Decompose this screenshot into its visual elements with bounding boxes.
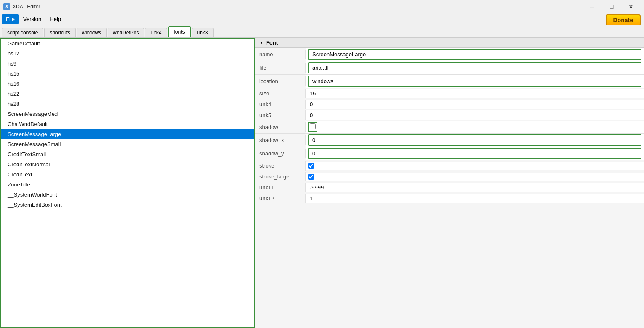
- size-input[interactable]: [308, 89, 641, 97]
- menu-version[interactable]: Version: [19, 14, 45, 24]
- unk5-input[interactable]: [308, 111, 641, 119]
- prop-stroke-large-row: stroke_large: [255, 171, 644, 182]
- section-toggle-icon[interactable]: ▼: [259, 40, 264, 45]
- menu-file[interactable]: File: [2, 14, 19, 24]
- prop-stroke-label: stroke: [255, 161, 306, 171]
- list-item[interactable]: hs16: [1, 79, 254, 89]
- prop-name-row: name: [255, 48, 644, 61]
- list-item[interactable]: GameDefault: [1, 39, 254, 49]
- tabs-bar: script console shortcuts windows wndDefP…: [0, 25, 644, 38]
- donate-button[interactable]: Donate: [606, 14, 641, 26]
- list-item[interactable]: hs12: [1, 49, 254, 59]
- prop-unk5-label: unk5: [255, 110, 306, 120]
- list-item[interactable]: ScreenMessageSmall: [1, 139, 254, 150]
- title-bar: X XDAT Editor ─ □ ✕: [0, 0, 644, 13]
- minimize-button[interactable]: ─: [583, 0, 602, 13]
- name-input[interactable]: [311, 50, 639, 58]
- list-item[interactable]: __SystemWorldFont: [1, 190, 254, 200]
- prop-name-label: name: [255, 50, 306, 59]
- name-input-box[interactable]: [308, 49, 641, 60]
- menu-help[interactable]: Help: [45, 14, 65, 24]
- list-item[interactable]: CreditTextSmall: [1, 150, 254, 160]
- list-item[interactable]: __SystemEditBoxFont: [1, 200, 254, 210]
- prop-shadow-y-value[interactable]: [306, 147, 644, 160]
- shadow-x-input-box[interactable]: [308, 134, 641, 146]
- prop-stroke-value[interactable]: [306, 162, 644, 170]
- prop-stroke-large-value[interactable]: [306, 173, 644, 181]
- prop-size-label: size: [255, 89, 306, 98]
- prop-shadow-x-label: shadow_x: [255, 135, 306, 145]
- prop-file-value[interactable]: [306, 61, 644, 74]
- app-title: XDAT Editor: [13, 4, 40, 10]
- prop-shadow-value[interactable]: [306, 121, 644, 133]
- location-input-box[interactable]: [308, 76, 641, 87]
- shadow-checkbox[interactable]: [310, 123, 316, 129]
- unk11-input[interactable]: [308, 184, 641, 192]
- title-bar-left: X XDAT Editor: [3, 3, 40, 10]
- shadow-x-input[interactable]: [311, 136, 639, 144]
- prop-unk11-label: unk11: [255, 183, 306, 192]
- tab-windows[interactable]: windows: [77, 28, 107, 37]
- prop-shadow-label: shadow: [255, 122, 306, 132]
- list-item[interactable]: CreditTextNormal: [1, 160, 254, 170]
- prop-shadow-row: shadow: [255, 121, 644, 134]
- main-content: GameDefault hs12 hs9 hs15 hs16 hs22 hs28…: [0, 38, 644, 328]
- shadow-y-input-box[interactable]: [308, 148, 641, 159]
- prop-stroke-row: stroke: [255, 160, 644, 171]
- prop-size-row: size: [255, 88, 644, 99]
- tab-unk4[interactable]: unk4: [145, 28, 167, 37]
- prop-unk4-value[interactable]: [306, 100, 644, 109]
- prop-unk11-row: unk11: [255, 182, 644, 193]
- prop-location-label: location: [255, 76, 306, 86]
- list-item[interactable]: CreditText: [1, 170, 254, 180]
- font-section-header: ▼ Font: [255, 38, 644, 48]
- close-button[interactable]: ✕: [621, 0, 641, 13]
- prop-file-row: file: [255, 61, 644, 75]
- prop-unk12-row: unk12: [255, 193, 644, 204]
- tab-script-console[interactable]: script console: [2, 28, 43, 37]
- prop-unk12-label: unk12: [255, 194, 306, 203]
- stroke-large-checkbox[interactable]: [308, 174, 314, 180]
- tab-shortcuts[interactable]: shortcuts: [44, 28, 76, 37]
- list-item-selected[interactable]: ScreenMessageLarge: [1, 129, 254, 139]
- tab-fonts[interactable]: fonts: [168, 26, 191, 37]
- window-controls: ─ □ ✕: [583, 0, 641, 13]
- prop-name-value[interactable]: [306, 48, 644, 61]
- list-item[interactable]: hs22: [1, 89, 254, 99]
- prop-location-value[interactable]: [306, 75, 644, 88]
- prop-unk4-row: unk4: [255, 99, 644, 110]
- prop-unk12-value[interactable]: [306, 194, 644, 203]
- properties-panel: ▼ Font name file location: [255, 38, 644, 328]
- list-item[interactable]: ChatWndDefault: [1, 119, 254, 129]
- shadow-y-input[interactable]: [311, 150, 639, 157]
- file-input-box[interactable]: [308, 62, 641, 73]
- list-item[interactable]: hs28: [1, 99, 254, 109]
- prop-unk4-label: unk4: [255, 100, 306, 109]
- tab-wnddefpos[interactable]: wndDefPos: [108, 28, 144, 37]
- list-item[interactable]: ZoneTitle: [1, 180, 254, 190]
- file-input[interactable]: [311, 64, 639, 72]
- prop-unk5-row: unk5: [255, 110, 644, 121]
- menu-bar: File Version Help Donate: [0, 13, 644, 25]
- prop-shadow-y-label: shadow_y: [255, 149, 306, 158]
- list-item[interactable]: hs9: [1, 59, 254, 69]
- list-item[interactable]: ScreenMessageMed: [1, 109, 254, 119]
- stroke-checkbox[interactable]: [308, 163, 314, 169]
- prop-shadow-x-row: shadow_x: [255, 134, 644, 147]
- tab-unk3[interactable]: unk3: [192, 28, 214, 37]
- font-list-panel: GameDefault hs12 hs9 hs15 hs16 hs22 hs28…: [0, 38, 255, 328]
- font-section-label: Font: [266, 39, 278, 46]
- maximize-button[interactable]: □: [602, 0, 621, 13]
- app-icon: X: [3, 3, 10, 10]
- unk4-input[interactable]: [308, 100, 641, 108]
- list-item[interactable]: hs15: [1, 69, 254, 79]
- prop-shadow-x-value[interactable]: [306, 134, 644, 147]
- location-input[interactable]: [311, 77, 639, 85]
- prop-location-row: location: [255, 75, 644, 88]
- prop-unk11-value[interactable]: [306, 183, 644, 192]
- prop-unk5-value[interactable]: [306, 110, 644, 120]
- prop-shadow-y-row: shadow_y: [255, 147, 644, 160]
- prop-size-value[interactable]: [306, 89, 644, 98]
- unk12-input[interactable]: [308, 194, 641, 202]
- shadow-checkbox-box: [308, 122, 317, 132]
